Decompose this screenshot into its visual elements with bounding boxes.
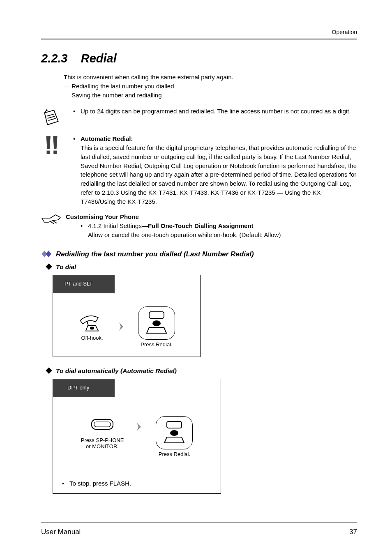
section-number: 2.2.3 [41, 52, 68, 65]
note1-text: Up to 24 digits can be programmed and re… [81, 107, 357, 116]
footer-page: 37 [349, 528, 357, 536]
svg-marker-10 [46, 367, 52, 374]
svg-point-9 [152, 320, 161, 326]
pointing-hand-icon [41, 212, 62, 240]
redial-group: Press Redial. [138, 306, 175, 348]
header-rule [41, 39, 357, 39]
offhook-label: Off-hook. [78, 335, 106, 341]
diagram1-box-label: PT and SLT [65, 281, 92, 287]
bullet-dot: • [81, 221, 88, 240]
page-chapter: Operation [41, 29, 357, 35]
intro-lead: This is convenient when calling the same… [64, 73, 357, 82]
diagram2-box-label: DPT only [67, 385, 89, 391]
customise-desc: Allow or cancel the one-touch operation … [88, 231, 281, 238]
bullet-dot: • [73, 107, 81, 116]
press-redial-label: Press Redial. [138, 341, 175, 348]
svg-rect-1 [47, 151, 50, 154]
svg-rect-8 [149, 312, 164, 318]
customise-ref: 4.1.2 Initial Settings— [88, 222, 148, 229]
sp-phone-label: Press SP-PHONE or MONITOR. [81, 437, 124, 450]
svg-rect-14 [167, 421, 182, 428]
dual-diamond-icon [41, 250, 53, 259]
note-row-2: • Automatic Redial: This is a special fe… [41, 134, 357, 207]
diagram-to-dial: PT and SLT Off-hook. [53, 275, 201, 357]
intro-line2: — Saving the number and redialling [64, 91, 357, 100]
phone-offhook-icon [78, 313, 106, 333]
redial-button-icon [156, 416, 193, 449]
sp-phone-button-icon [81, 416, 124, 435]
step-1-head: To dial [45, 263, 357, 272]
page-footer: User Manual 37 [41, 523, 357, 536]
notepad-icon [41, 107, 62, 129]
diagram-auto-redial: DPT only Press SP-PHONE or MONITOR. [53, 379, 221, 494]
intro-line1: — Redialling the last number you dialled [64, 82, 357, 91]
svg-marker-7 [119, 322, 123, 331]
step-1-title: To dial [56, 263, 76, 271]
arrow-icon [118, 321, 126, 334]
bullet-dot: • [73, 134, 81, 206]
footer-left: User Manual [41, 528, 81, 536]
svg-point-6 [90, 327, 94, 329]
section-name: Redial [81, 52, 117, 65]
redial-group-2: Press Redial. [156, 416, 193, 457]
customise-row: Customising Your Phone • 4.1.2 Initial S… [41, 212, 357, 240]
redial-button-icon [138, 306, 175, 340]
stop-row: • To stop, press FLASH. [53, 480, 221, 487]
customise-heading: Customising Your Phone [66, 212, 357, 221]
press-redial-label-2: Press Redial. [156, 451, 193, 457]
svg-rect-2 [53, 151, 57, 154]
svg-marker-13 [137, 423, 141, 431]
step-2-head: To dial automatically (Automatic Redial) [45, 367, 357, 375]
bullet-dot: • [62, 480, 69, 487]
auto-redial-body: This is a special feature for the digita… [81, 144, 357, 205]
section-title: 2.2.3 Redial [41, 52, 357, 65]
svg-rect-12 [94, 422, 111, 427]
sp-phone-group: Press SP-PHONE or MONITOR. [81, 416, 124, 450]
customise-bold: Full One-Touch Dialling Assignment [148, 222, 254, 229]
auto-redial-label: Automatic Redial: [81, 135, 133, 142]
stop-text: To stop, press FLASH. [69, 480, 131, 487]
step-2-title: To dial automatically (Automatic Redial) [56, 367, 177, 375]
intro-block: This is convenient when calling the same… [64, 73, 357, 99]
subheading-1-title: Redialling the last number you dialled (… [56, 250, 254, 258]
diamond-icon [45, 367, 53, 375]
diamond-icon [45, 263, 53, 272]
svg-marker-5 [46, 263, 52, 270]
arrow-icon [136, 421, 143, 434]
offhook-group: Off-hook. [78, 313, 106, 341]
subheading-1: Redialling the last number you dialled (… [41, 250, 357, 259]
note-row-1: • Up to 24 digits can be programmed and … [41, 107, 357, 129]
exclamation-icon [41, 134, 62, 207]
svg-marker-4 [46, 251, 51, 257]
svg-point-15 [170, 430, 178, 436]
svg-rect-11 [92, 419, 113, 429]
